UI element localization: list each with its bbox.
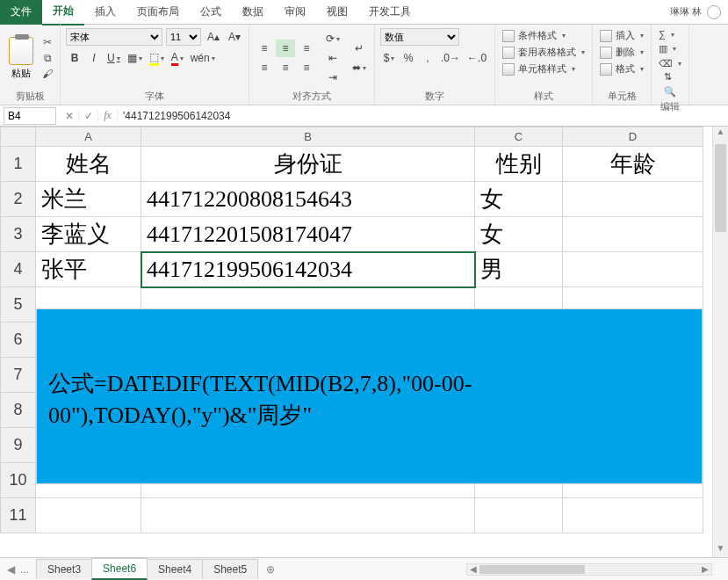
row-header-2[interactable]: 2 bbox=[1, 182, 36, 217]
cell-A1[interactable]: 姓名 bbox=[36, 147, 141, 182]
fill-color-button[interactable]: ⬚ bbox=[147, 49, 167, 67]
fx-icon[interactable]: fx bbox=[98, 109, 118, 122]
insert-cells-button[interactable]: 插入 bbox=[598, 28, 645, 43]
scroll-left-icon[interactable]: ◀ bbox=[467, 564, 479, 575]
align-center-button[interactable]: ≡ bbox=[276, 59, 295, 76]
sheet-nav-ellipsis[interactable]: ... bbox=[20, 563, 29, 576]
decrease-indent-button[interactable]: ⇤ bbox=[323, 49, 342, 67]
cell-A4[interactable]: 张平 bbox=[36, 252, 141, 287]
sort-filter-button[interactable]: ⇅ bbox=[662, 70, 683, 83]
align-left-button[interactable]: ≡ bbox=[255, 59, 274, 76]
align-right-button[interactable]: ≡ bbox=[297, 59, 316, 76]
align-bottom-button[interactable]: ≡ bbox=[297, 40, 316, 57]
scroll-down-icon[interactable]: ▼ bbox=[713, 543, 728, 557]
cell-B4[interactable]: 441712199506142034 bbox=[141, 252, 475, 287]
shrink-font-button[interactable]: A▾ bbox=[226, 28, 243, 46]
font-color-button[interactable]: A bbox=[169, 49, 186, 67]
scroll-up-icon[interactable]: ▲ bbox=[713, 127, 728, 141]
sheet-tab-2[interactable]: Sheet4 bbox=[147, 559, 203, 579]
row-header-5[interactable]: 5 bbox=[1, 287, 36, 323]
vertical-scrollbar[interactable]: ▲ ▼ bbox=[712, 127, 728, 557]
cell-styles-button[interactable]: 单元格样式 bbox=[501, 62, 587, 76]
find-select-button[interactable]: 🔍 bbox=[662, 85, 683, 98]
cell-B1[interactable]: 身份证 bbox=[141, 147, 475, 182]
row-header-4[interactable]: 4 bbox=[1, 252, 36, 287]
scroll-right-icon[interactable]: ▶ bbox=[699, 564, 711, 575]
cell-B3[interactable]: 441712201508174047 bbox=[141, 217, 475, 252]
cell-C2[interactable]: 女 bbox=[475, 182, 563, 217]
clear-button[interactable]: ⌫ bbox=[657, 57, 683, 70]
col-header-B[interactable]: B bbox=[141, 127, 475, 147]
font-size-select[interactable]: 11 bbox=[166, 28, 201, 46]
sheet-tab-3[interactable]: Sheet5 bbox=[202, 559, 258, 579]
tab-home[interactable]: 开始 bbox=[42, 0, 84, 25]
phonetic-button[interactable]: wén bbox=[188, 49, 218, 67]
select-all-corner[interactable] bbox=[1, 127, 36, 147]
add-sheet-button[interactable]: ⊕ bbox=[257, 563, 284, 576]
cell-B2[interactable]: 441712200808154643 bbox=[141, 182, 475, 217]
row-header-6[interactable]: 6 bbox=[1, 323, 36, 358]
row-header-9[interactable]: 9 bbox=[1, 428, 36, 463]
copy-icon[interactable]: ⧉ bbox=[40, 51, 54, 65]
row-header-3[interactable]: 3 bbox=[1, 217, 36, 252]
number-format-select[interactable]: 数值 bbox=[380, 28, 459, 46]
tab-formulas[interactable]: 公式 bbox=[190, 0, 232, 25]
fill-button[interactable]: ▥ bbox=[657, 42, 683, 55]
autosum-button[interactable]: ∑ bbox=[657, 28, 683, 40]
user-area[interactable]: 琳琳 林 bbox=[670, 5, 728, 19]
col-header-C[interactable]: C bbox=[475, 127, 563, 147]
italic-button[interactable]: I bbox=[85, 49, 103, 67]
cancel-formula-icon[interactable]: ✕ bbox=[60, 110, 79, 122]
comma-button[interactable]: , bbox=[419, 49, 436, 67]
merge-button[interactable]: ⬌ bbox=[350, 59, 369, 76]
increase-decimal-button[interactable]: .0→ bbox=[438, 49, 463, 67]
align-top-button[interactable]: ≡ bbox=[255, 40, 274, 57]
row-header-11[interactable]: 11 bbox=[1, 498, 36, 533]
sheet-nav-prev-icon[interactable]: ◀ bbox=[7, 563, 15, 576]
cell-D2[interactable] bbox=[563, 182, 703, 217]
tab-data[interactable]: 数据 bbox=[232, 0, 274, 25]
tab-review[interactable]: 审阅 bbox=[274, 0, 316, 25]
format-as-table-button[interactable]: 套用表格格式 bbox=[501, 45, 587, 60]
formula-input[interactable]: '441712199506142034 bbox=[118, 110, 728, 122]
border-button[interactable]: ▦ bbox=[125, 49, 145, 67]
delete-cells-button[interactable]: 删除 bbox=[598, 45, 645, 60]
hscroll-thumb[interactable] bbox=[479, 565, 585, 574]
vscroll-thumb[interactable] bbox=[715, 144, 726, 232]
cell-C4[interactable]: 男 bbox=[475, 252, 563, 287]
row-header-8[interactable]: 8 bbox=[1, 393, 36, 428]
row-header-1[interactable]: 1 bbox=[1, 147, 36, 182]
tab-file[interactable]: 文件 bbox=[0, 0, 42, 25]
format-cells-button[interactable]: 格式 bbox=[598, 62, 645, 76]
tab-insert[interactable]: 插入 bbox=[84, 0, 126, 25]
currency-button[interactable]: $ bbox=[380, 49, 398, 67]
paste-button[interactable]: 粘贴 bbox=[5, 35, 37, 82]
decrease-decimal-button[interactable]: ←.0 bbox=[465, 49, 489, 67]
font-name-select[interactable]: 宋体 bbox=[66, 28, 162, 46]
cell-D3[interactable] bbox=[563, 217, 703, 252]
grow-font-button[interactable]: A▴ bbox=[205, 28, 222, 46]
sheet-tab-1[interactable]: Sheet6 bbox=[91, 558, 148, 580]
align-middle-button[interactable]: ≡ bbox=[276, 40, 295, 57]
col-header-A[interactable]: A bbox=[36, 127, 141, 147]
tab-view[interactable]: 视图 bbox=[316, 0, 358, 25]
tab-developer[interactable]: 开发工具 bbox=[358, 0, 422, 25]
bold-button[interactable]: B bbox=[66, 49, 83, 67]
cell-A3[interactable]: 李蓝义 bbox=[36, 217, 141, 252]
horizontal-scrollbar[interactable]: ◀ ▶ bbox=[466, 563, 712, 576]
name-box[interactable] bbox=[4, 107, 56, 125]
cell-D4[interactable] bbox=[563, 252, 703, 287]
format-painter-icon[interactable]: 🖌 bbox=[40, 67, 54, 81]
cell-C3[interactable]: 女 bbox=[475, 217, 563, 252]
increase-indent-button[interactable]: ⇥ bbox=[323, 69, 342, 86]
cell-A2[interactable]: 米兰 bbox=[36, 182, 141, 217]
cell-D1[interactable]: 年龄 bbox=[563, 147, 703, 182]
orientation-button[interactable]: ⟳ bbox=[323, 30, 342, 47]
row-header-10[interactable]: 10 bbox=[1, 463, 36, 498]
col-header-D[interactable]: D bbox=[563, 127, 703, 147]
tab-page-layout[interactable]: 页面布局 bbox=[126, 0, 190, 25]
conditional-formatting-button[interactable]: 条件格式 bbox=[501, 28, 587, 43]
cut-icon[interactable]: ✂ bbox=[40, 35, 54, 49]
underline-button[interactable]: U bbox=[105, 49, 123, 67]
accept-formula-icon[interactable]: ✓ bbox=[79, 110, 98, 122]
